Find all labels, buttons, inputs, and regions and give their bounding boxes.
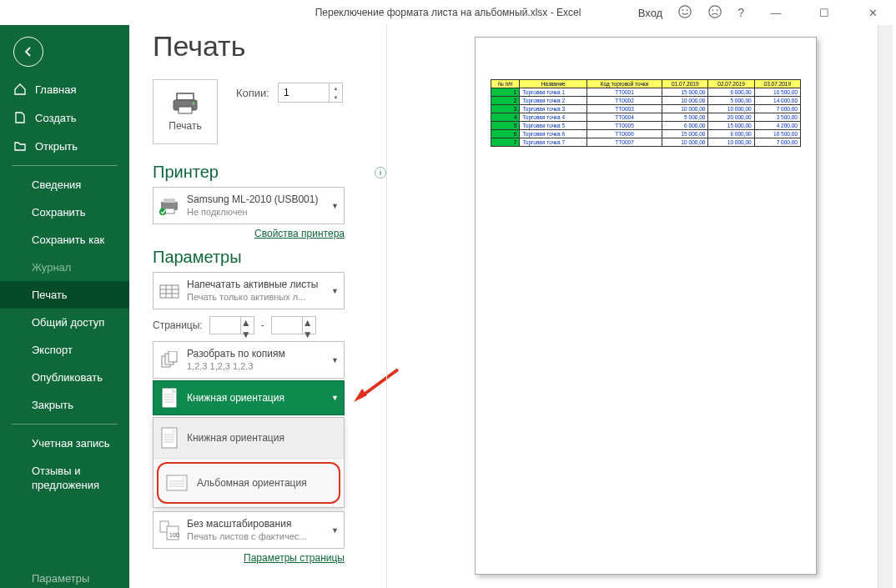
sheets-icon [159, 280, 180, 302]
svg-point-9 [193, 103, 195, 105]
sidebar-item-close[interactable]: Закрыть [0, 391, 129, 419]
page-setup-link[interactable]: Параметры страницы [153, 552, 345, 564]
close-button[interactable]: ✕ [856, 1, 889, 24]
dropdown-sublabel: Печать только активных л... [187, 291, 339, 304]
pages-to-input[interactable] [272, 317, 302, 334]
new-icon [13, 111, 27, 124]
sidebar-item-label: Отзывы и предложения [32, 465, 119, 493]
spin-up-icon[interactable]: ▲ [303, 317, 315, 329]
sidebar-item-account[interactable]: Учетная запись [0, 430, 129, 457]
collate-selector[interactable]: Разобрать по копиям1,2,3 1,2,3 1,2,3 ▼ [153, 341, 345, 379]
svg-rect-21 [169, 351, 177, 362]
svg-point-2 [687, 9, 688, 11]
info-icon[interactable]: i [375, 167, 386, 178]
sidebar-item-label: Сохранить [32, 206, 86, 219]
sidebar-item-label: Закрыть [32, 399, 73, 411]
pages-to-spinner[interactable]: ▲▼ [271, 316, 316, 334]
minimize-button[interactable]: — [759, 1, 793, 24]
home-icon [13, 83, 27, 96]
maximize-button[interactable]: ☐ [808, 1, 841, 24]
svg-rect-8 [179, 107, 192, 113]
sad-face-icon[interactable] [707, 4, 722, 22]
printer-status-icon [159, 195, 180, 217]
sidebar-item-label: Журнал [32, 261, 71, 274]
dropdown-label: Без масштабирования [187, 517, 339, 530]
copies-spinner[interactable]: ▲▼ [278, 83, 343, 103]
svg-point-0 [679, 5, 691, 17]
sidebar: Главная Создать Открыть Сведения Сохрани… [0, 25, 129, 588]
help-icon[interactable]: ? [737, 6, 744, 19]
login-link[interactable]: Вход [638, 7, 662, 19]
printer-selector[interactable]: Samsung ML-2010 (USB001) Не подключен ▼ [153, 187, 345, 224]
back-button[interactable] [13, 37, 43, 67]
params-heading: Параметры [153, 248, 242, 267]
sidebar-item-feedback[interactable]: Отзывы и предложения [0, 457, 129, 500]
print-what-selector[interactable]: Напечатать активные листыПечать только а… [153, 272, 345, 309]
chevron-down-icon: ▼ [331, 394, 339, 402]
orientation-dropdown-popup: Книжная ориентация Альбомная ориентация [153, 417, 345, 508]
pages-from-input[interactable] [210, 317, 240, 334]
portrait-page-icon [159, 387, 180, 409]
printer-properties-link[interactable]: Свойства принтера [153, 228, 345, 239]
chevron-down-icon: ▼ [331, 526, 339, 535]
svg-point-3 [709, 5, 721, 17]
sidebar-item-label: Опубликовать [32, 371, 103, 384]
printer-name: Samsung ML-2010 (USB001) [187, 193, 339, 206]
preview-table: № п/пНазваниеКод торговой точки01.07.201… [491, 79, 801, 147]
sidebar-item-print[interactable]: Печать [0, 281, 129, 309]
sidebar-item-publish[interactable]: Опубликовать [0, 364, 129, 391]
print-button[interactable]: Печать [153, 79, 218, 144]
scale-selector[interactable]: 100 Без масштабированияПечать листов с ф… [153, 511, 345, 549]
sidebar-item-label: Параметры [32, 572, 89, 585]
svg-point-1 [682, 9, 684, 11]
sidebar-item-label: Сведения [32, 178, 81, 191]
happy-face-icon[interactable] [677, 4, 692, 22]
sidebar-item-label: Учетная запись [32, 437, 110, 450]
sidebar-item-options[interactable]: Параметры [0, 565, 129, 588]
preview-page: № п/пНазваниеКод торговой точки01.07.201… [475, 37, 817, 575]
option-label: Книжная ориентация [187, 432, 284, 444]
titlebar: Переключение формата листа на альбомный.… [0, 0, 896, 25]
window-title: Переключение формата листа на альбомный.… [315, 7, 581, 18]
spin-down-icon[interactable]: ▼ [303, 329, 315, 340]
svg-rect-14 [160, 285, 179, 298]
spin-up-icon[interactable]: ▲ [241, 317, 254, 329]
sidebar-item-label: Экспорт [32, 344, 73, 356]
printer-status: Не подключен [187, 206, 339, 219]
svg-rect-6 [177, 93, 194, 100]
copies-input[interactable] [279, 83, 329, 102]
print-settings: Печать Печать Копии: ▲▼ Принтер i [153, 25, 386, 588]
spin-down-icon[interactable]: ▼ [330, 93, 342, 102]
copies-label: Копии: [236, 87, 269, 99]
option-label: Альбомная ориентация [197, 477, 307, 489]
sidebar-item-save[interactable]: Сохранить [0, 199, 129, 226]
svg-point-5 [717, 9, 718, 11]
sidebar-item-open[interactable]: Открыть [0, 132, 129, 160]
sidebar-item-export[interactable]: Экспорт [0, 336, 129, 364]
preview-scrollbar[interactable] [878, 25, 893, 588]
sidebar-item-saveas[interactable]: Сохранить как [0, 226, 129, 254]
svg-rect-11 [164, 199, 175, 203]
pages-label: Страницы: [153, 319, 203, 331]
dropdown-label: Книжная ориентация [187, 391, 339, 405]
chevron-down-icon: ▼ [331, 356, 339, 364]
pages-from-spinner[interactable]: ▲▼ [209, 316, 254, 334]
sidebar-item-home[interactable]: Главная [0, 75, 129, 103]
chevron-down-icon: ▼ [331, 202, 339, 210]
spin-up-icon[interactable]: ▲ [330, 83, 342, 93]
printer-icon [172, 92, 199, 115]
printer-heading: Принтер [153, 163, 219, 182]
collate-icon [159, 349, 180, 371]
sidebar-item-new[interactable]: Создать [0, 103, 129, 132]
landscape-page-icon [165, 474, 189, 492]
sidebar-item-info[interactable]: Сведения [0, 171, 129, 199]
svg-point-4 [712, 9, 714, 11]
orientation-selector[interactable]: Книжная ориентация ▼ [153, 380, 345, 415]
orientation-option-portrait[interactable]: Книжная ориентация [154, 418, 344, 459]
chevron-down-icon: ▼ [331, 287, 339, 295]
sidebar-item-share[interactable]: Общий доступ [0, 309, 129, 336]
sidebar-item-label: Общий доступ [32, 316, 104, 329]
spin-down-icon[interactable]: ▼ [241, 329, 254, 340]
sidebar-item-label: Печать [32, 289, 68, 301]
orientation-option-landscape[interactable]: Альбомная ориентация [157, 462, 340, 504]
